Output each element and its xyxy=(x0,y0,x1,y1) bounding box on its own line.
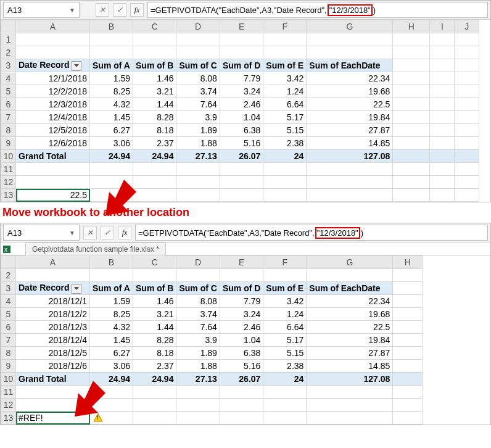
cell[interactable] xyxy=(176,33,220,46)
cell[interactable] xyxy=(430,98,455,111)
cell[interactable]: 8.08 xyxy=(176,295,220,308)
filter-dropdown-icon[interactable] xyxy=(72,284,81,294)
cell[interactable]: 7.79 xyxy=(220,72,263,85)
cell[interactable] xyxy=(393,269,423,282)
cell[interactable] xyxy=(263,176,307,189)
cell[interactable] xyxy=(455,150,479,163)
cell[interactable] xyxy=(263,412,307,425)
cell[interactable] xyxy=(307,399,393,412)
cell[interactable]: Sum of EachDate xyxy=(307,282,393,295)
cell[interactable]: 1.88 xyxy=(176,360,220,373)
cell[interactable]: 3.9 xyxy=(176,111,220,124)
cell[interactable] xyxy=(133,46,176,59)
cell[interactable]: 1.89 xyxy=(176,347,220,360)
cell[interactable]: 22.5 xyxy=(307,98,393,111)
cell[interactable]: 19.68 xyxy=(307,85,393,98)
cancel-formula-button[interactable]: ✕ xyxy=(96,3,109,17)
column-header[interactable]: H xyxy=(393,20,430,33)
cell[interactable]: 1.59 xyxy=(90,295,133,308)
cell[interactable] xyxy=(176,46,220,59)
cell[interactable] xyxy=(455,72,479,85)
cell[interactable] xyxy=(430,163,455,176)
cell[interactable]: 1.44 xyxy=(133,98,176,111)
cell[interactable] xyxy=(16,176,90,189)
cell[interactable]: 2018/12/3 xyxy=(16,321,90,334)
row-header[interactable]: 11 xyxy=(1,386,16,399)
cell[interactable] xyxy=(176,399,220,412)
row-header[interactable]: 8 xyxy=(1,124,16,137)
cell[interactable]: 3.06 xyxy=(90,360,133,373)
column-header[interactable]: F xyxy=(263,256,307,269)
cell[interactable]: 27.87 xyxy=(307,347,393,360)
cell[interactable]: 5.17 xyxy=(263,111,307,124)
cell[interactable]: Sum of B xyxy=(133,59,176,72)
cell[interactable]: 27.13 xyxy=(176,373,220,386)
row-header[interactable]: 6 xyxy=(1,321,16,334)
cell[interactable]: Sum of A xyxy=(90,282,133,295)
cell[interactable] xyxy=(263,399,307,412)
cell[interactable]: 2018/12/4 xyxy=(16,334,90,347)
cell[interactable] xyxy=(393,46,430,59)
cancel-formula-button[interactable]: ✕ xyxy=(83,226,97,239)
row-header[interactable]: 7 xyxy=(1,111,16,124)
cell[interactable] xyxy=(393,163,430,176)
cell[interactable]: 26.07 xyxy=(220,373,263,386)
cell[interactable]: 2018/12/1 xyxy=(16,295,90,308)
cell[interactable]: 22.34 xyxy=(307,72,393,85)
cell[interactable] xyxy=(455,163,479,176)
cell[interactable] xyxy=(430,189,455,202)
cell[interactable] xyxy=(455,85,479,98)
cell[interactable]: 2.38 xyxy=(263,137,307,150)
cell[interactable]: 7.64 xyxy=(176,321,220,334)
cell[interactable] xyxy=(307,33,393,46)
cell[interactable] xyxy=(393,189,430,202)
cell[interactable] xyxy=(393,111,430,124)
cell[interactable] xyxy=(393,412,423,425)
column-header[interactable]: B xyxy=(90,256,133,269)
cell[interactable]: 3.21 xyxy=(133,308,176,321)
cell[interactable] xyxy=(176,412,220,425)
cell[interactable]: 19.84 xyxy=(307,334,393,347)
cell[interactable] xyxy=(393,399,423,412)
cell[interactable]: Sum of EachDate xyxy=(307,59,393,72)
cell[interactable]: Sum of E xyxy=(263,282,307,295)
cell[interactable]: 22.5 xyxy=(307,321,393,334)
cell[interactable] xyxy=(90,33,133,46)
cell[interactable]: 8.25 xyxy=(90,85,133,98)
cell[interactable]: 24.94 xyxy=(133,150,176,163)
cell[interactable] xyxy=(263,189,307,202)
cell[interactable]: 3.24 xyxy=(220,85,263,98)
cell[interactable] xyxy=(90,269,133,282)
row-header[interactable]: 6 xyxy=(1,98,16,111)
column-header[interactable]: J xyxy=(455,20,479,33)
chevron-down-icon[interactable]: ▼ xyxy=(69,7,75,14)
cell[interactable]: 127.08 xyxy=(307,150,393,163)
cell[interactable] xyxy=(430,176,455,189)
cell[interactable]: 8.08 xyxy=(176,72,220,85)
formula-input[interactable]: =GETPIVOTDATA("EachDate",A3,"Date Record… xyxy=(135,225,488,241)
cell[interactable] xyxy=(263,46,307,59)
cell[interactable] xyxy=(393,33,430,46)
cell[interactable]: Date Record xyxy=(16,282,90,295)
cell[interactable] xyxy=(176,386,220,399)
cell[interactable] xyxy=(393,373,423,386)
cell[interactable]: 3.42 xyxy=(263,295,307,308)
row-header[interactable]: 2 xyxy=(1,269,16,282)
cell[interactable] xyxy=(430,59,455,72)
cell[interactable] xyxy=(307,46,393,59)
cell[interactable] xyxy=(263,163,307,176)
cell[interactable]: 1.59 xyxy=(90,72,133,85)
cell[interactable]: 2.37 xyxy=(133,360,176,373)
column-header[interactable]: G xyxy=(307,20,393,33)
row-header[interactable]: 2 xyxy=(1,46,16,59)
row-header[interactable]: 13 xyxy=(1,189,16,202)
cell[interactable]: 6.27 xyxy=(90,347,133,360)
cell[interactable] xyxy=(455,111,479,124)
cell[interactable] xyxy=(220,189,263,202)
row-header[interactable]: 8 xyxy=(1,347,16,360)
cell[interactable]: Grand Total xyxy=(16,150,90,163)
row-header[interactable]: 5 xyxy=(1,85,16,98)
cell[interactable] xyxy=(220,163,263,176)
cell[interactable]: 6.27 xyxy=(90,124,133,137)
cell[interactable]: 5.16 xyxy=(220,360,263,373)
